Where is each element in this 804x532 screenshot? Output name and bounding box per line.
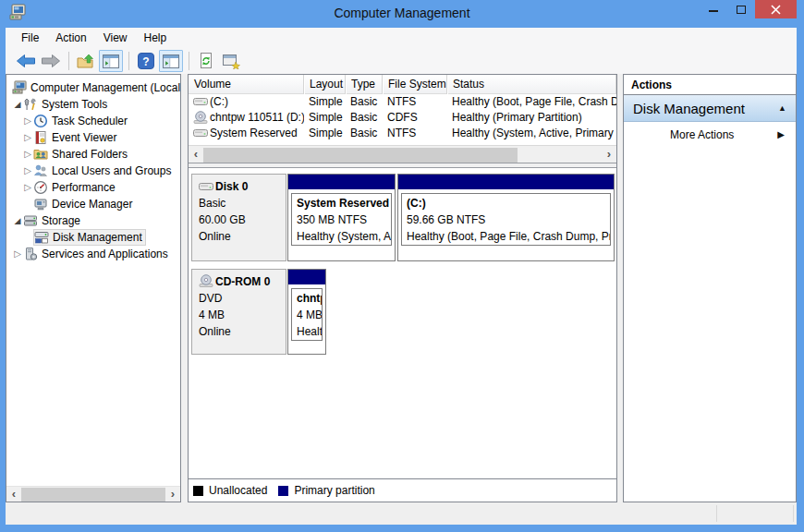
- expander-icon[interactable]: ◢: [12, 96, 23, 113]
- menubar: File Action View Help: [6, 28, 797, 48]
- legend-label-unallocated: Unallocated: [209, 484, 267, 497]
- unallocated-color-swatch: [193, 486, 203, 496]
- volume-status: Healthy (Boot, Page File, Crash Dump, Pr…: [447, 94, 616, 110]
- expander-icon[interactable]: ◢: [12, 212, 23, 229]
- caption-buttons: [700, 0, 797, 18]
- tree-item-computer-management[interactable]: Computer Management (Local): [6, 79, 180, 96]
- disk-0-header-cell[interactable]: Disk 0 Basic 60.00 GB Online: [191, 174, 286, 261]
- menu-view[interactable]: View: [95, 28, 136, 48]
- tree-item-disk-management[interactable]: Disk Management: [6, 229, 180, 246]
- partition-system-reserved[interactable]: System Reserved 350 MB NTFS Healthy (Sys…: [287, 174, 396, 261]
- volume-type: Basic: [346, 110, 383, 126]
- volume-row-system-reserved[interactable]: System Reserved Simple Basic NTFS Health…: [189, 126, 616, 141]
- volume-status: Healthy (Primary Partition): [447, 110, 616, 126]
- up-folder-button[interactable]: [74, 50, 98, 72]
- column-header-layout[interactable]: Layout: [304, 75, 346, 94]
- menu-help[interactable]: Help: [136, 28, 176, 48]
- partition-status: Healthy (System, Active, Primary Partiti…: [297, 228, 391, 245]
- cd-rom-0-header-cell[interactable]: CD-ROM 0 DVD 4 MB Online: [191, 269, 286, 355]
- drive-icon: [193, 95, 208, 108]
- tree-item-event-viewer[interactable]: ▷ Event Viewer: [6, 129, 180, 146]
- toolbar-separator: [68, 52, 69, 70]
- show-action-pane-button[interactable]: [159, 50, 183, 72]
- disk-management-icon: [34, 230, 49, 245]
- column-header-volume[interactable]: Volume: [189, 75, 304, 94]
- toolbar-separator: [128, 52, 129, 70]
- menu-file[interactable]: File: [13, 28, 47, 48]
- tree-item-label: Performance: [52, 181, 116, 194]
- tree-item-task-scheduler[interactable]: ▷ Task Scheduler: [6, 113, 180, 129]
- tree-item-system-tools[interactable]: ◢ System Tools: [6, 96, 180, 113]
- minimize-button[interactable]: [700, 0, 727, 18]
- content-area: Computer Management (Local) ◢ System Too…: [6, 74, 797, 502]
- tree-item-label: Computer Management (Local): [30, 81, 181, 94]
- graphical-view: Disk 0 Basic 60.00 GB Online System Rese…: [189, 168, 616, 478]
- volume-type: Basic: [346, 94, 383, 110]
- volume-row-d[interactable]: chntpw 110511 (D:) Simple Basic CDFS Hea…: [189, 110, 616, 126]
- partition-size: 350 MB NTFS: [297, 212, 391, 228]
- scroll-right-arrow[interactable]: ›: [602, 147, 616, 162]
- tree-item-label: Services and Applications: [42, 248, 168, 260]
- maximize-icon: [737, 6, 746, 14]
- collapse-section-icon[interactable]: ▲: [778, 103, 796, 113]
- tree-item-performance[interactable]: ▷ Performance: [6, 179, 180, 196]
- partition-color-stripe: [288, 270, 325, 284]
- refresh-button[interactable]: [194, 50, 218, 72]
- tree-item-storage[interactable]: ◢ Storage: [6, 212, 180, 229]
- maximize-button[interactable]: [727, 0, 755, 18]
- performance-icon: [33, 180, 48, 195]
- tree-item-label: Device Manager: [52, 198, 132, 211]
- expander-icon[interactable]: ▷: [12, 246, 23, 262]
- primary-partition-color-swatch: [278, 486, 288, 496]
- scroll-left-arrow[interactable]: ‹: [6, 487, 21, 502]
- expander-icon[interactable]: ▷: [22, 146, 33, 163]
- close-button[interactable]: [755, 0, 797, 18]
- window-title: Computer Management: [0, 0, 804, 28]
- partition-c[interactable]: (C:) 59.66 GB NTFS Healthy (Boot, Page F…: [397, 174, 615, 261]
- actions-section-disk-management[interactable]: Disk Management ▲: [624, 95, 796, 122]
- menu-action[interactable]: Action: [47, 28, 94, 48]
- expander-icon[interactable]: ▷: [22, 129, 33, 146]
- volume-fs: CDFS: [383, 110, 447, 126]
- more-actions-item[interactable]: More Actions ▶: [624, 122, 796, 147]
- volume-layout: Simple: [304, 126, 346, 141]
- show-console-tree-button[interactable]: [99, 50, 123, 72]
- scrollbar-thumb[interactable]: [21, 488, 165, 502]
- partition-color-stripe: [288, 175, 395, 189]
- scroll-right-arrow[interactable]: ›: [165, 487, 180, 502]
- console-properties-button[interactable]: [219, 50, 243, 72]
- expander-icon[interactable]: ▷: [22, 113, 33, 129]
- scrollbar-thumb[interactable]: [203, 148, 518, 163]
- tree-item-shared-folders[interactable]: ▷ Shared Folders: [6, 146, 180, 163]
- tree-item-local-users-and-groups[interactable]: ▷ Local Users and Groups: [6, 163, 180, 179]
- column-header-type[interactable]: Type: [346, 75, 383, 94]
- volume-layout: Simple: [304, 110, 346, 126]
- partition-chntpw[interactable]: chntpw 110511 (D:) 4 MB CDFS Healthy (Pr…: [287, 269, 326, 355]
- volume-fs: NTFS: [383, 94, 447, 110]
- tree-horizontal-scrollbar[interactable]: ‹ ›: [6, 486, 180, 502]
- column-header-status[interactable]: Status: [447, 75, 616, 94]
- tree-item-device-manager[interactable]: Device Manager: [6, 196, 180, 212]
- computer-icon: [12, 80, 27, 95]
- partition-name: System Reserved: [297, 195, 391, 212]
- column-header-file-system[interactable]: File System: [383, 75, 447, 94]
- expander-icon[interactable]: ▷: [22, 163, 33, 179]
- toolbar-separator: [189, 52, 189, 70]
- volume-row-c[interactable]: (C:) Simple Basic NTFS Healthy (Boot, Pa…: [189, 94, 616, 110]
- disk-status: Online: [199, 323, 286, 340]
- disk-0-row: Disk 0 Basic 60.00 GB Online System Rese…: [191, 174, 616, 261]
- help-button[interactable]: ?: [134, 50, 158, 72]
- svg-text:?: ?: [142, 55, 149, 68]
- partition-name: chntpw 110511 (D:): [297, 290, 322, 307]
- expander-icon[interactable]: ▷: [22, 179, 33, 196]
- volume-list-horizontal-scrollbar[interactable]: ‹ ›: [189, 145, 616, 163]
- system-tools-icon: [23, 97, 38, 112]
- disk-name: Disk 0: [215, 180, 248, 193]
- volume-name: System Reserved: [210, 127, 298, 139]
- disk-size: 60.00 GB: [199, 212, 286, 228]
- forward-button[interactable]: [39, 50, 63, 72]
- cd-rom-0-row: CD-ROM 0 DVD 4 MB Online chntpw 110511 (…: [191, 269, 616, 355]
- tree-item-services-and-applications[interactable]: ▷ Services and Applications: [6, 246, 180, 262]
- scroll-left-arrow[interactable]: ‹: [189, 147, 203, 162]
- back-button[interactable]: [14, 50, 38, 72]
